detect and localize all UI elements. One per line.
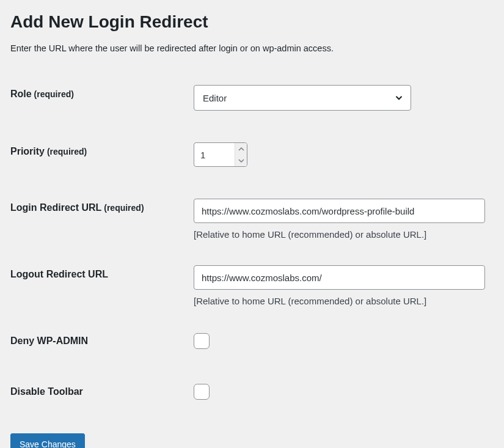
role-label-main: Role [10, 89, 32, 99]
field-row-logout-redirect: Logout Redirect URL [Relative to home UR… [10, 265, 494, 306]
priority-label-main: Priority [10, 146, 45, 156]
role-select[interactable]: Editor [194, 85, 411, 111]
spinner-up-button[interactable] [235, 143, 247, 155]
logout-redirect-label-main: Logout Redirect URL [10, 269, 108, 279]
deny-wpadmin-checkbox[interactable] [194, 333, 210, 349]
logout-redirect-hint: [Relative to home URL (recommended) or a… [194, 296, 494, 306]
page-description: Enter the URL where the user will be red… [10, 43, 494, 53]
disable-toolbar-label-main: Disable Toolbar [10, 386, 83, 397]
login-redirect-label: Login Redirect URL (required) [10, 199, 194, 213]
field-row-login-redirect: Login Redirect URL (required) [Relative … [10, 199, 494, 240]
disable-toolbar-checkbox[interactable] [194, 384, 210, 400]
spinner-down-button[interactable] [235, 155, 247, 166]
page-title: Add New Login Redirect [10, 10, 494, 32]
priority-label: Priority (required) [10, 142, 194, 157]
role-label-required: (required) [32, 89, 74, 99]
login-redirect-label-main: Login Redirect URL [10, 202, 101, 213]
login-redirect-hint: [Relative to home URL (recommended) or a… [194, 229, 494, 240]
logout-redirect-label: Logout Redirect URL [10, 265, 194, 280]
field-row-role: Role (required) Editor [10, 85, 494, 111]
number-spinner [235, 143, 247, 166]
role-label: Role (required) [10, 85, 194, 100]
logout-redirect-url-input[interactable] [194, 265, 485, 290]
disable-toolbar-label: Disable Toolbar [10, 383, 194, 397]
field-row-disable-toolbar: Disable Toolbar [10, 383, 494, 402]
deny-wpadmin-label: Deny WP-ADMIN [10, 332, 194, 347]
field-row-deny-wpadmin: Deny WP-ADMIN [10, 332, 494, 351]
chevron-up-icon [238, 147, 244, 151]
priority-label-required: (required) [45, 147, 87, 156]
save-changes-button[interactable]: Save Changes [10, 433, 85, 448]
field-row-priority: Priority (required) [10, 142, 494, 167]
login-redirect-label-required: (required) [101, 203, 144, 213]
chevron-down-icon [238, 159, 244, 163]
login-redirect-url-input[interactable] [194, 199, 485, 223]
deny-wpadmin-label-main: Deny WP-ADMIN [10, 336, 88, 346]
